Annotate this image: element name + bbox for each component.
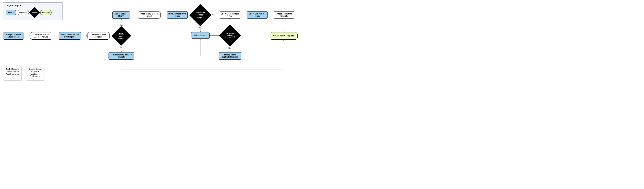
- decision-lib-include: Does library include needed images?: [192, 7, 208, 23]
- label-yes-1: Yes: [120, 24, 122, 26]
- legend-items: Action UI display Decision End goal: [6, 8, 60, 16]
- node-upload: Upload images: [191, 32, 210, 38]
- legend-action: Action: [6, 10, 16, 15]
- legend-box: Diagram legend: Action UI display Decisi…: [3, 2, 62, 20]
- node-review: Review images in the library: [167, 11, 188, 19]
- legend-decision: Decision: [30, 8, 38, 16]
- node-datatable: Data table with all Asset Templates: [30, 32, 52, 40]
- node-navigate: Navigate to Asset Object Model: [3, 32, 24, 40]
- sticky-task-label: Task: [6, 68, 10, 70]
- node-populate: Images populate in Template: [273, 11, 295, 19]
- decision-upload-ok: Did images upload successfully?: [222, 27, 238, 43]
- node-fill-out: Fill out remaining details in template: [108, 52, 134, 60]
- legend-goal: End goal: [40, 10, 52, 15]
- decision-need-images: Does template need images?: [114, 29, 128, 43]
- node-fix-errors: Fix any errors (duplicate file name): [218, 52, 241, 60]
- node-editmode: Edit mode of Asset Template: [87, 32, 110, 40]
- sticky-users-label: User(s): [29, 68, 35, 70]
- node-browse: Select 'Browse library': [112, 11, 130, 19]
- sticky-task: Task: Upload + Add images to Asset Templ…: [4, 66, 21, 80]
- node-create-template: Create Asset Template: [270, 32, 298, 40]
- node-select-needed: Select needed images (5 max): [219, 11, 241, 19]
- node-library-modal: Image library opens in modal: [138, 11, 161, 19]
- diagram-canvas: Diagram legend: Action UI display Decisi…: [0, 0, 322, 94]
- label-no-1: No: [120, 46, 122, 48]
- node-done: Select 'Done' on the library: [247, 11, 268, 19]
- label-yes-2: Yes: [212, 14, 214, 16]
- legend-display: UI display: [18, 10, 29, 15]
- node-create: Select 'Create' to add new template: [59, 32, 81, 40]
- sticky-users: User(s): Setup Support + Customer Config…: [26, 66, 44, 80]
- legend-title: Diagram legend:: [6, 4, 60, 7]
- label-no-3: No: [228, 47, 231, 49]
- label-no-2: No: [199, 26, 201, 28]
